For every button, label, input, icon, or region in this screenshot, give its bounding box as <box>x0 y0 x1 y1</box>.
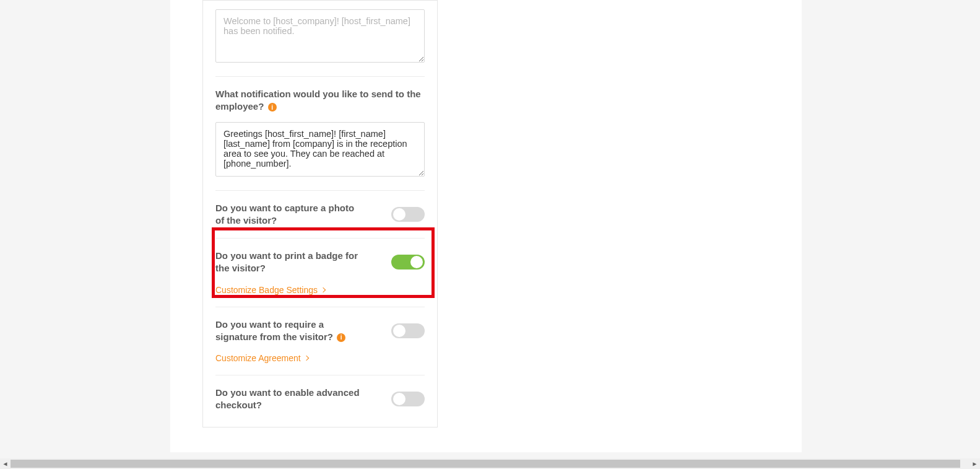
visitor-message-section <box>215 1 425 76</box>
capture-photo-label: Do you want to capture a photo of the vi… <box>215 202 361 227</box>
print-badge-section: Do you want to print a badge for the vis… <box>215 238 425 307</box>
customize-agreement-link[interactable]: Customize Agreement <box>215 353 308 363</box>
print-badge-toggle[interactable] <box>391 255 425 270</box>
horizontal-scrollbar[interactable]: ◄ ► <box>0 458 980 469</box>
signature-toggle[interactable] <box>391 323 425 338</box>
advanced-checkout-toggle[interactable] <box>391 392 425 406</box>
signature-label-text: Do you want to require a signature from … <box>215 319 333 342</box>
scroll-left-arrow-icon[interactable]: ◄ <box>0 458 11 469</box>
employee-notification-label: What notification would you like to send… <box>215 88 425 113</box>
customize-badge-link-text: Customize Badge Settings <box>215 285 318 295</box>
advanced-checkout-label: Do you want to enable advanced checkout? <box>215 387 361 412</box>
chevron-right-icon <box>303 356 308 361</box>
signature-label: Do you want to require a signature from … <box>215 318 361 344</box>
print-badge-label: Do you want to print a badge for the vis… <box>215 250 361 275</box>
customize-badge-link[interactable]: Customize Badge Settings <box>215 285 325 295</box>
scroll-right-arrow-icon[interactable]: ► <box>969 458 980 469</box>
employee-notification-section: What notification would you like to send… <box>215 76 425 190</box>
info-icon[interactable]: i <box>268 103 277 112</box>
capture-photo-toggle[interactable] <box>391 207 425 222</box>
advanced-checkout-section: Do you want to enable advanced checkout? <box>215 375 425 423</box>
customize-agreement-link-text: Customize Agreement <box>215 353 301 363</box>
visitor-message-textarea[interactable] <box>215 9 425 63</box>
scrollbar-thumb[interactable] <box>11 460 960 468</box>
settings-form-panel: What notification would you like to send… <box>202 0 438 427</box>
employee-notification-textarea[interactable] <box>215 122 425 177</box>
chevron-right-icon <box>321 287 326 292</box>
info-icon[interactable]: i <box>337 333 345 342</box>
scrollbar-track[interactable] <box>11 458 969 469</box>
signature-section: Do you want to require a signature from … <box>215 307 425 375</box>
capture-photo-section: Do you want to capture a photo of the vi… <box>215 190 425 239</box>
employee-notification-label-text: What notification would you like to send… <box>215 89 421 112</box>
